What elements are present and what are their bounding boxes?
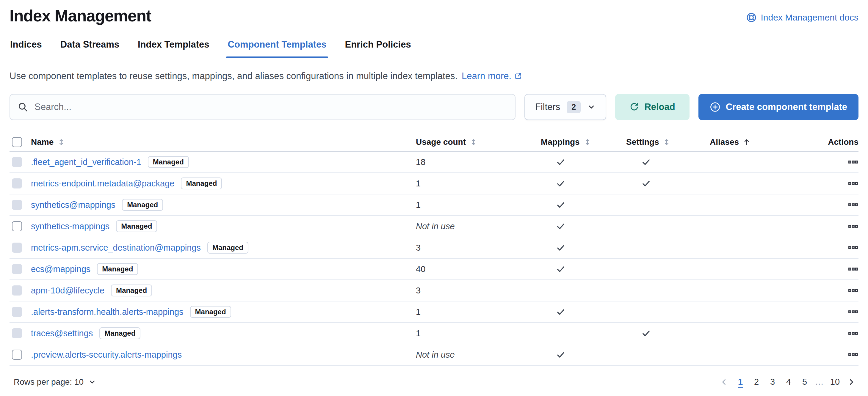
tab-component-templates[interactable]: Component Templates bbox=[227, 34, 327, 58]
row-actions-button[interactable] bbox=[848, 329, 858, 338]
managed-badge: Managed bbox=[181, 177, 222, 189]
boxes-horizontal-icon bbox=[848, 329, 858, 338]
managed-badge: Managed bbox=[99, 327, 141, 339]
page-button-3[interactable]: 3 bbox=[766, 374, 779, 389]
column-header-aliases[interactable]: Aliases bbox=[710, 137, 785, 147]
mappings-cell bbox=[541, 242, 626, 253]
row-checkbox bbox=[12, 328, 22, 338]
tab-index-templates[interactable]: Index Templates bbox=[137, 34, 210, 58]
tab-indices[interactable]: Indices bbox=[9, 34, 42, 58]
column-label: Mappings bbox=[541, 137, 580, 147]
create-label: Create component template bbox=[726, 102, 847, 112]
template-name-link[interactable]: synthetics-mappings bbox=[31, 222, 110, 231]
row-actions-button[interactable] bbox=[848, 307, 858, 317]
template-name-link[interactable]: .preview.alerts-security.alerts-mappings bbox=[31, 350, 182, 360]
select-all-checkbox[interactable] bbox=[12, 137, 22, 147]
refresh-icon bbox=[629, 102, 639, 112]
row-actions-button[interactable] bbox=[848, 200, 858, 209]
rows-per-page-selector[interactable]: Rows per page: 10 bbox=[14, 377, 96, 387]
usage-count-value: 3 bbox=[416, 286, 421, 295]
usage-count-value: 3 bbox=[416, 243, 421, 253]
create-component-template-button[interactable]: Create component template bbox=[699, 94, 859, 120]
table-row: metrics-endpoint.metadata@package Manage… bbox=[9, 173, 859, 194]
row-actions-button[interactable] bbox=[848, 350, 858, 359]
row-actions-button[interactable] bbox=[848, 243, 858, 253]
row-actions-button[interactable] bbox=[848, 179, 858, 188]
boxes-horizontal-icon bbox=[848, 264, 858, 274]
search-icon bbox=[18, 102, 28, 112]
row-actions-button[interactable] bbox=[848, 222, 858, 231]
managed-badge: Managed bbox=[116, 220, 157, 232]
column-header-mappings[interactable]: Mappings bbox=[541, 137, 626, 147]
docs-link-label: Index Management docs bbox=[761, 12, 859, 23]
boxes-horizontal-icon bbox=[848, 350, 858, 359]
boxes-horizontal-icon bbox=[848, 157, 858, 167]
column-header-settings[interactable]: Settings bbox=[626, 137, 710, 147]
chevron-down-icon bbox=[88, 378, 96, 386]
usage-count-value: 18 bbox=[416, 157, 425, 167]
column-label: Actions bbox=[828, 137, 859, 147]
table-row: .fleet_agent_id_verification-1 Managed 1… bbox=[9, 152, 859, 173]
row-actions-button[interactable] bbox=[848, 264, 858, 274]
row-actions-button[interactable] bbox=[848, 286, 858, 295]
template-name-link[interactable]: metrics-endpoint.metadata@package bbox=[31, 179, 174, 189]
mappings-cell bbox=[541, 221, 626, 231]
search-input[interactable] bbox=[34, 102, 507, 112]
topbar: Index Management Index Management docs bbox=[9, 0, 859, 26]
mappings-cell bbox=[541, 200, 626, 210]
table-row: traces@settings Managed 1 bbox=[9, 323, 859, 344]
template-name-link[interactable]: .fleet_agent_id_verification-1 bbox=[31, 157, 141, 167]
page-button-2[interactable]: 2 bbox=[750, 374, 763, 389]
managed-badge: Managed bbox=[97, 263, 138, 275]
page-button-5[interactable]: 5 bbox=[798, 374, 811, 389]
pagination: 12345…10 bbox=[717, 374, 859, 389]
check-icon bbox=[556, 221, 566, 231]
table-body: .fleet_agent_id_verification-1 Managed 1… bbox=[9, 152, 859, 366]
plus-circle-icon bbox=[710, 102, 720, 112]
row-checkbox[interactable] bbox=[12, 221, 22, 231]
check-icon bbox=[556, 178, 566, 189]
check-icon bbox=[556, 307, 566, 317]
learn-more-link[interactable]: Learn more. bbox=[462, 71, 522, 81]
filters-label: Filters bbox=[535, 102, 560, 112]
page-button-1[interactable]: 1 bbox=[734, 374, 747, 389]
boxes-horizontal-icon bbox=[848, 307, 858, 317]
column-header-name[interactable]: Name bbox=[31, 137, 416, 147]
external-link-icon bbox=[514, 72, 522, 80]
table-row: .alerts-transform.health.alerts-mappings… bbox=[9, 301, 859, 323]
mappings-cell bbox=[541, 307, 626, 317]
template-name-link[interactable]: .alerts-transform.health.alerts-mappings bbox=[31, 307, 184, 317]
usage-count-value: 40 bbox=[416, 264, 425, 274]
row-checkbox[interactable] bbox=[12, 350, 22, 360]
help-ring-icon bbox=[746, 12, 756, 23]
page-button-10[interactable]: 10 bbox=[828, 374, 842, 389]
column-label: Settings bbox=[626, 137, 659, 147]
row-checkbox bbox=[12, 200, 22, 210]
tab-data-streams[interactable]: Data Streams bbox=[60, 34, 120, 58]
mappings-cell bbox=[541, 350, 626, 360]
table-row: synthetics-mappings Managed Not in use bbox=[9, 216, 859, 237]
row-checkbox bbox=[12, 242, 22, 253]
mappings-cell bbox=[541, 157, 626, 167]
column-header-usage-count[interactable]: Usage count bbox=[416, 137, 541, 147]
next-page-chevron-icon[interactable] bbox=[844, 376, 859, 388]
page-button-4[interactable]: 4 bbox=[782, 374, 796, 389]
template-name-link[interactable]: ecs@mappings bbox=[31, 264, 90, 274]
template-name-link[interactable]: traces@settings bbox=[31, 329, 93, 338]
reload-button[interactable]: Reload bbox=[615, 94, 689, 120]
filters-button[interactable]: Filters 2 bbox=[524, 94, 606, 120]
sort-updown-icon bbox=[662, 138, 671, 146]
docs-link[interactable]: Index Management docs bbox=[746, 12, 859, 23]
check-icon bbox=[641, 157, 651, 167]
tab-enrich-policies[interactable]: Enrich Policies bbox=[344, 34, 411, 58]
sort-updown-icon bbox=[57, 138, 65, 146]
table-row: synthetics@mappings Managed 1 bbox=[9, 194, 859, 216]
template-name-link[interactable]: synthetics@mappings bbox=[31, 200, 116, 210]
index-management-page: Index Management Index Management docs I… bbox=[0, 0, 868, 389]
usage-count-value: 1 bbox=[416, 307, 421, 317]
managed-badge: Managed bbox=[122, 199, 163, 211]
template-name-link[interactable]: metrics-apm.service_destination@mappings bbox=[31, 243, 201, 253]
row-actions-button[interactable] bbox=[848, 157, 858, 167]
boxes-horizontal-icon bbox=[848, 179, 858, 188]
template-name-link[interactable]: apm-10d@lifecycle bbox=[31, 286, 104, 296]
